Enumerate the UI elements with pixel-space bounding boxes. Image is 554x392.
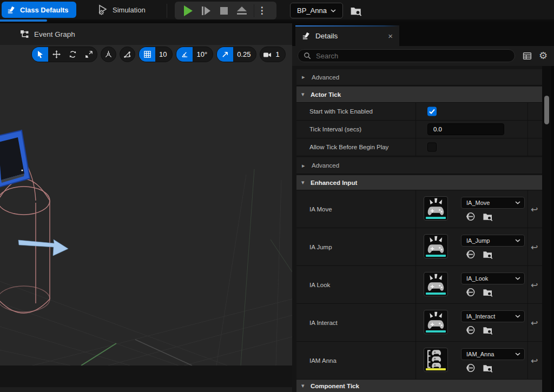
settings-gear-icon[interactable]: ⚙ <box>539 51 548 61</box>
row-ia-jump: IA Jump IA_Jump ↩ <box>296 228 542 266</box>
input-mapping-context-thumbnail[interactable] <box>424 348 448 372</box>
row-ia-move: IA Move IA_Move ↩ <box>296 190 542 228</box>
input-action-thumbnail[interactable] <box>424 196 448 221</box>
section-component-tick[interactable]: ▾ Component Tick <box>296 380 542 392</box>
event-graph-tab[interactable]: Event Graph <box>0 22 292 45</box>
play-button[interactable] <box>179 2 197 19</box>
gamepad-icon <box>424 235 447 256</box>
section-actor-tick[interactable]: ▾ Actor Tick <box>296 87 542 103</box>
details-panel: Details × ⚙ ▸ Advanced ▾ Actor Tick Star <box>292 22 554 392</box>
blueprint-viewport[interactable]: 10 10° 0.25 <box>0 45 292 366</box>
class-defaults-button[interactable]: Class Defaults <box>2 2 76 18</box>
scrollbar-thumb[interactable] <box>544 96 549 124</box>
camera-speed-button[interactable] <box>260 47 274 62</box>
frame-skip-button[interactable] <box>197 2 215 19</box>
reset-to-default-icon[interactable]: ↩ <box>531 204 538 214</box>
scale-tool-button[interactable] <box>81 47 97 62</box>
collapsed-arrow-icon: ▸ <box>302 74 305 81</box>
blueprint-asset-dropdown[interactable]: BP_Anna <box>290 3 343 18</box>
reset-to-default-icon[interactable]: ↩ <box>531 280 538 290</box>
search-icon <box>304 52 311 59</box>
browse-to-asset-icon[interactable] <box>483 325 493 335</box>
grid-snap-toggle[interactable] <box>139 47 155 62</box>
details-scrollbar[interactable] <box>542 66 551 392</box>
gamepad-icon <box>424 197 447 218</box>
reset-to-default-icon[interactable]: ↩ <box>531 317 538 328</box>
world-gizmo-icon <box>104 50 113 58</box>
camera-speed-value[interactable]: 1 <box>274 50 285 58</box>
use-selected-asset-icon[interactable] <box>465 287 476 297</box>
simulation-button[interactable]: Simulation <box>92 2 151 18</box>
grid-snap-value[interactable]: 10 <box>155 50 172 58</box>
bottom-panel-strip <box>0 366 292 387</box>
details-tab[interactable]: Details × <box>295 25 399 46</box>
eject-button[interactable] <box>233 2 250 19</box>
display-filter-icon[interactable] <box>523 51 532 61</box>
main-toolbar: Class Defaults Simulation ⋮ BP_Anna <box>0 0 554 22</box>
browse-to-asset-icon[interactable] <box>483 287 493 297</box>
input-action-thumbnail[interactable] <box>424 272 448 296</box>
rotate-tool-button[interactable] <box>64 47 81 62</box>
row-ia-look: IA Look IA_Look ↩ <box>296 266 542 304</box>
scale-snap-value[interactable]: 0.25 <box>233 50 256 58</box>
ia-interact-asset-dropdown[interactable]: IA_Interact <box>461 310 525 322</box>
select-tool-button[interactable] <box>32 47 48 62</box>
allow-tick-checkbox[interactable] <box>427 143 437 152</box>
toolbar-divider <box>167 4 167 18</box>
browse-to-asset-icon[interactable] <box>483 363 493 373</box>
start-with-tick-checkbox[interactable] <box>427 107 437 116</box>
details-tab-label: Details <box>315 32 338 40</box>
transport-divider <box>254 4 254 17</box>
tick-interval-input[interactable] <box>427 123 504 135</box>
category-advanced-top[interactable]: ▸ Advanced <box>296 69 542 85</box>
details-pencil-icon <box>302 31 311 40</box>
browse-to-asset-icon[interactable] <box>350 5 362 17</box>
ia-move-asset-dropdown[interactable]: IA_Move <box>461 197 525 209</box>
iam-anna-asset-dropdown[interactable]: IAM_Anna <box>461 348 525 360</box>
use-selected-asset-icon[interactable] <box>465 363 476 373</box>
stop-button[interactable] <box>215 2 233 19</box>
row-start-with-tick-enabled: Start with Tick Enabled <box>296 103 542 121</box>
rotation-snap-toggle[interactable] <box>176 47 193 62</box>
search-field[interactable] <box>315 51 509 61</box>
snap-arrows-icon <box>123 50 131 58</box>
use-selected-asset-icon[interactable] <box>465 211 476 222</box>
search-input[interactable] <box>298 49 515 62</box>
close-tab-icon[interactable]: × <box>388 31 393 41</box>
viewport-toolbar: 10 10° 0.25 <box>31 46 286 62</box>
use-selected-asset-icon[interactable] <box>465 325 476 335</box>
browse-to-asset-icon[interactable] <box>483 249 493 260</box>
blueprint-asset-name: BP_Anna <box>297 6 327 15</box>
rotation-snap-value[interactable]: 10° <box>193 50 213 58</box>
expanded-arrow-icon: ▾ <box>301 91 305 98</box>
play-options-menu[interactable]: ⋮ <box>256 2 267 19</box>
chevron-down-icon <box>515 201 520 204</box>
gamepad-icon <box>424 273 447 294</box>
collapsed-arrow-icon: ▸ <box>302 162 305 169</box>
ia-look-asset-dropdown[interactable]: IA_Look <box>461 273 525 284</box>
coordinate-system-button[interactable] <box>101 46 116 62</box>
chevron-down-icon <box>515 277 520 280</box>
input-action-thumbnail[interactable] <box>424 234 448 258</box>
input-action-thumbnail[interactable] <box>424 310 448 334</box>
chevron-down-icon <box>331 9 336 12</box>
move-tool-button[interactable] <box>48 47 64 62</box>
browse-to-asset-icon[interactable] <box>483 211 493 222</box>
details-tabbar: Details × <box>292 22 554 46</box>
expanded-arrow-icon: ▾ <box>301 382 305 389</box>
event-graph-label: Event Graph <box>34 30 75 38</box>
section-enhanced-input[interactable]: ▾ Enhanced Input <box>296 175 542 190</box>
use-selected-asset-icon[interactable] <box>465 249 476 260</box>
surface-snapping-button[interactable] <box>120 46 135 62</box>
class-defaults-label: Class Defaults <box>20 6 69 14</box>
scale-snap-toggle[interactable] <box>217 47 233 62</box>
move-icon <box>52 50 61 58</box>
expanded-arrow-icon: ▾ <box>301 179 305 186</box>
ia-jump-asset-dropdown[interactable]: IA_Jump <box>461 235 525 247</box>
reset-to-default-icon[interactable]: ↩ <box>531 355 538 366</box>
row-ia-interact: IA Interact IA_Interact ↩ <box>296 304 542 342</box>
forward-arrow <box>18 240 68 256</box>
category-advanced-inner[interactable]: ▸ Advanced <box>296 157 542 174</box>
rotate-icon <box>69 50 77 58</box>
reset-to-default-icon[interactable]: ↩ <box>531 242 538 252</box>
